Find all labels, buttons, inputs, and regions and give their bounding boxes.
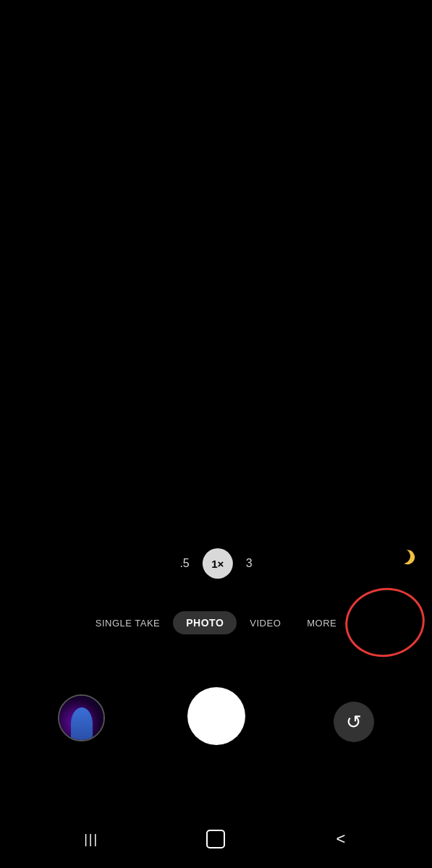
camera-viewfinder: [0, 0, 432, 550]
camera-mode-selector: SINGLE TAKE PHOTO VIDEO MORE: [0, 611, 432, 634]
home-button[interactable]: [201, 825, 230, 854]
recent-apps-button[interactable]: |||: [77, 825, 106, 854]
shutter-button[interactable]: [187, 687, 245, 745]
mode-more[interactable]: MORE: [294, 612, 350, 634]
flip-camera-icon: ↺: [346, 711, 362, 733]
back-button[interactable]: <: [326, 825, 355, 854]
night-mode-icon[interactable]: [396, 546, 410, 569]
gallery-thumbnail-image: [59, 696, 103, 740]
back-icon: <: [336, 830, 345, 848]
zoom-1x-button[interactable]: 1×: [203, 548, 233, 579]
flip-camera-button[interactable]: ↺: [334, 702, 374, 742]
zoom-controls: .5 1× 3: [179, 548, 252, 579]
mode-photo[interactable]: PHOTO: [173, 611, 237, 634]
zoom-05-button[interactable]: .5: [179, 557, 189, 570]
bars-icon: |||: [84, 832, 98, 847]
home-icon: [206, 830, 225, 848]
mode-video[interactable]: VIDEO: [237, 612, 294, 634]
zoom-3x-button[interactable]: 3: [246, 557, 253, 570]
gallery-thumbnail[interactable]: [58, 694, 105, 741]
mode-single-take[interactable]: SINGLE TAKE: [82, 612, 174, 634]
navigation-bar: ||| <: [0, 810, 432, 868]
